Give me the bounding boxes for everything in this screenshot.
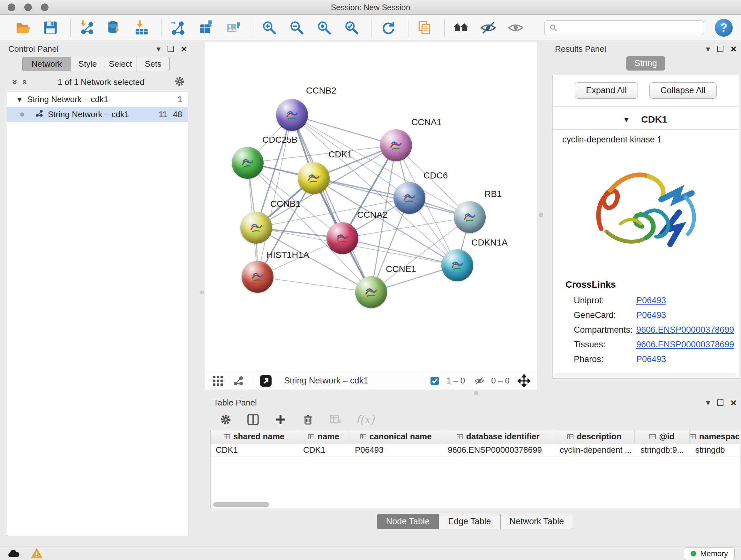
column-header-shared-name[interactable]: shared name bbox=[211, 430, 298, 443]
horizontal-scrollbar[interactable] bbox=[555, 373, 737, 377]
grid-view-icon[interactable] bbox=[211, 374, 225, 388]
open-session-icon[interactable] bbox=[14, 19, 32, 37]
table-options-gear-icon[interactable] bbox=[219, 413, 232, 427]
network-node-RB1[interactable] bbox=[454, 201, 486, 233]
network-node-CDC6[interactable] bbox=[394, 182, 425, 214]
tab-network-table[interactable]: Network Table bbox=[500, 514, 574, 529]
panel-close-icon[interactable]: × bbox=[731, 399, 737, 406]
panel-close-icon[interactable]: × bbox=[181, 46, 187, 52]
network-node-label: CCNE1 bbox=[386, 264, 416, 274]
panel-float-icon[interactable]: ▾ bbox=[706, 398, 710, 408]
zoom-fit-icon[interactable] bbox=[315, 19, 333, 37]
clone-network-icon[interactable] bbox=[197, 19, 214, 37]
save-session-icon[interactable] bbox=[42, 19, 59, 37]
network-edge-count: 48 bbox=[173, 110, 182, 119]
help-icon[interactable]: ? bbox=[715, 19, 733, 37]
tab-style[interactable]: Style bbox=[71, 57, 105, 71]
panel-maximize-icon[interactable] bbox=[717, 399, 724, 406]
column-header-id[interactable]: @id bbox=[635, 430, 690, 443]
column-header-database-identifier[interactable]: database identifier bbox=[442, 430, 554, 443]
panel-float-icon[interactable]: ▾ bbox=[156, 44, 160, 54]
collapse-all-button[interactable]: Collapse All bbox=[650, 82, 717, 99]
network-node-CCNE1[interactable] bbox=[355, 276, 387, 308]
zoom-in-icon[interactable] bbox=[260, 19, 278, 37]
collection-expand-icon[interactable]: ▾ bbox=[17, 95, 21, 104]
new-network-from-selection-icon[interactable] bbox=[169, 19, 187, 37]
network-edge[interactable] bbox=[314, 178, 470, 217]
network-share-icon bbox=[35, 109, 44, 120]
bottom-splitter-handle[interactable] bbox=[474, 391, 478, 395]
tab-edge-table[interactable]: Edge Table bbox=[439, 514, 500, 529]
window-close-button[interactable] bbox=[8, 3, 15, 11]
network-edge[interactable] bbox=[342, 238, 457, 265]
section-collapse-icon[interactable]: ▾ bbox=[624, 115, 628, 125]
tab-node-table[interactable]: Node Table bbox=[377, 514, 439, 529]
network-node-CCNA1[interactable] bbox=[380, 129, 412, 161]
import-network-database-icon[interactable] bbox=[105, 19, 123, 37]
network-collection-row[interactable]: ▾ String Network – cdk1 1 bbox=[7, 92, 188, 107]
crosslink-link[interactable]: 9606.ENSP00000378699 bbox=[636, 325, 734, 335]
network-node-CDC25B[interactable] bbox=[232, 147, 264, 179]
network-edge[interactable] bbox=[292, 115, 371, 292]
hide-graphics-icon[interactable] bbox=[479, 19, 497, 37]
warning-icon[interactable] bbox=[29, 547, 44, 560]
panel-float-icon[interactable]: ▾ bbox=[706, 44, 710, 54]
tab-sets[interactable]: Sets bbox=[137, 57, 170, 71]
right-splitter-handle[interactable] bbox=[539, 213, 543, 217]
network-edge[interactable] bbox=[342, 217, 470, 238]
copy-document-icon[interactable] bbox=[415, 19, 433, 37]
network-node-HIST1H1A[interactable] bbox=[242, 261, 273, 293]
crosslink-link[interactable]: P06493 bbox=[636, 296, 666, 306]
column-header-description[interactable]: description bbox=[554, 430, 635, 443]
show-graphics-icon[interactable] bbox=[507, 19, 525, 37]
memory-button[interactable]: Memory bbox=[684, 547, 735, 560]
tab-select[interactable]: Select bbox=[105, 57, 137, 71]
pan-move-icon[interactable] bbox=[517, 374, 531, 388]
network-node-CCNB1[interactable] bbox=[240, 212, 272, 244]
network-options-gear-icon[interactable] bbox=[174, 76, 185, 88]
network-row-selected[interactable]: String Network – cdk1 11 48 bbox=[7, 107, 188, 122]
crosslink-link[interactable]: P06493 bbox=[636, 354, 666, 364]
tab-string[interactable]: String bbox=[626, 56, 665, 71]
network-node-CCNB2[interactable] bbox=[276, 99, 308, 131]
panel-maximize-icon[interactable] bbox=[167, 46, 174, 52]
column-header-namespace[interactable]: namespac bbox=[690, 430, 740, 443]
expand-all-button[interactable]: Expand All bbox=[575, 82, 638, 99]
network-canvas[interactable]: CCNB2CCNA1CDC25BCDK1CDC6RB1CCNB1CCNA2CDK… bbox=[205, 42, 537, 372]
home-networks-icon[interactable] bbox=[452, 19, 470, 37]
zoom-selected-icon[interactable] bbox=[343, 19, 360, 37]
crosslink-link[interactable]: 9606.ENSP00000378699 bbox=[636, 340, 734, 350]
refresh-icon[interactable] bbox=[379, 19, 397, 37]
network-edge[interactable] bbox=[258, 277, 371, 292]
network-node-CDK1[interactable] bbox=[298, 162, 330, 194]
add-column-icon[interactable] bbox=[273, 413, 287, 427]
cloud-icon[interactable] bbox=[6, 547, 21, 560]
table-horizontal-scrollbar[interactable] bbox=[213, 502, 269, 507]
network-node-CCNA2[interactable] bbox=[327, 222, 358, 254]
function-builder-icon: f(x) bbox=[356, 413, 374, 426]
column-header-name[interactable]: name bbox=[298, 430, 350, 443]
search-input[interactable] bbox=[561, 23, 699, 32]
left-splitter-handle[interactable] bbox=[200, 291, 204, 294]
export-image-icon[interactable] bbox=[224, 19, 242, 37]
window-zoom-button[interactable] bbox=[41, 3, 49, 11]
show-columns-icon[interactable] bbox=[246, 413, 260, 427]
panel-maximize-icon[interactable] bbox=[717, 46, 724, 52]
panel-close-icon[interactable]: × bbox=[731, 46, 737, 52]
search-box[interactable] bbox=[544, 20, 704, 35]
import-network-file-icon[interactable] bbox=[78, 19, 96, 37]
window-minimize-button[interactable] bbox=[24, 3, 32, 11]
open-in-browser-icon[interactable] bbox=[259, 374, 273, 388]
import-table-icon[interactable] bbox=[133, 19, 151, 37]
delete-column-icon[interactable] bbox=[301, 413, 315, 427]
column-header-canonical-name[interactable]: canonical name bbox=[349, 430, 442, 443]
tab-network[interactable]: Network bbox=[22, 57, 71, 71]
network-node-CDKN1A[interactable] bbox=[441, 249, 473, 281]
memory-status-dot bbox=[690, 551, 696, 557]
collapse-all-networks-icon[interactable]: « bbox=[20, 79, 30, 85]
crosslink-link[interactable]: P06493 bbox=[636, 310, 666, 320]
table-row[interactable]: CDK1 CDK1 P06493 9606.ENSP00000378699 cy… bbox=[211, 443, 740, 457]
zoom-out-icon[interactable] bbox=[288, 19, 306, 37]
birdseye-view-icon[interactable] bbox=[231, 374, 246, 388]
expand-all-networks-icon[interactable]: » bbox=[10, 79, 21, 85]
